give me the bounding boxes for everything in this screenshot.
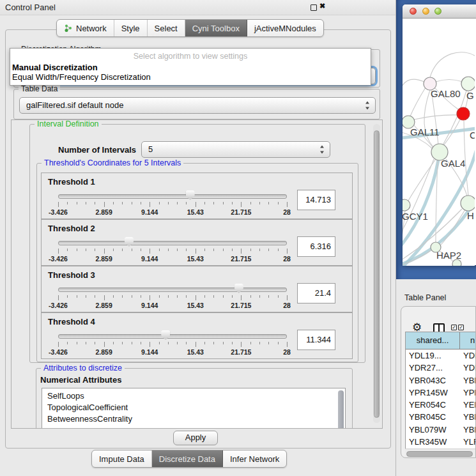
checkbox-icon[interactable]: ✓ bbox=[458, 325, 464, 330]
cell-shared-name: YBR043C bbox=[406, 374, 460, 387]
tick-mark bbox=[250, 295, 251, 298]
combo-arrows-icon bbox=[320, 146, 325, 154]
threshold-slider[interactable]: -3.4262.8599.14415.4321.71528 bbox=[58, 190, 287, 218]
close-icon[interactable]: ✖ bbox=[319, 2, 325, 10]
network-node[interactable] bbox=[461, 77, 475, 91]
table-row[interactable]: YDR27...YDR2 bbox=[406, 362, 476, 374]
tick-mark bbox=[259, 295, 260, 298]
tab-cyni-toolbox[interactable]: Cyni Toolbox bbox=[185, 20, 247, 36]
network-node[interactable] bbox=[403, 199, 410, 211]
tick-label: 15.43 bbox=[187, 255, 204, 263]
tick-mark bbox=[259, 249, 260, 251]
tick-mark bbox=[223, 202, 224, 204]
table-data-combobox[interactable]: galFiltered.sif default node bbox=[19, 97, 376, 114]
list-scrollbar[interactable] bbox=[338, 390, 344, 429]
interval-definition-group: Interval Definition Number of Intervals … bbox=[29, 124, 365, 363]
table-row[interactable]: YDL19...YDL1 bbox=[406, 349, 476, 362]
network-node[interactable] bbox=[452, 259, 461, 266]
tick-mark bbox=[250, 202, 251, 204]
table-row[interactable]: YBL079WYBL0 bbox=[406, 424, 476, 436]
minimize-window-icon[interactable] bbox=[422, 8, 429, 15]
network-canvas[interactable]: GAL80GCGAL11GAL4GCY1HHAP2 bbox=[403, 19, 475, 266]
float-window-icon[interactable] bbox=[311, 4, 317, 11]
table-row[interactable]: YBR043CYBR0 bbox=[406, 374, 476, 387]
threshold-slider[interactable]: -3.4262.8599.14415.4321.71528 bbox=[58, 283, 287, 311]
network-node[interactable] bbox=[461, 196, 475, 211]
numerical-attributes-label: Numerical Attributes bbox=[40, 375, 121, 385]
tick-label: 9.144 bbox=[141, 302, 158, 309]
threshold-panel: Threshold 1 -3.4262.8599.14415.4321.7152… bbox=[41, 173, 353, 219]
tick-label: -3.426 bbox=[49, 348, 68, 356]
tick-mark bbox=[95, 295, 95, 298]
algorithm-option-equal-width[interactable]: Equal Width/Frequency Discretization bbox=[12, 72, 151, 82]
table-row[interactable]: YBR045CYBR0 bbox=[406, 411, 476, 423]
tick-mark bbox=[104, 249, 105, 254]
apply-button[interactable]: Apply bbox=[173, 431, 218, 445]
tick-label: 15.43 bbox=[187, 348, 204, 356]
column-header-name[interactable]: n bbox=[460, 332, 476, 349]
tick-mark bbox=[259, 202, 260, 204]
cyni-toolbox-panel: Discretization Algorithm Select algorith… bbox=[5, 29, 391, 449]
tick-mark bbox=[186, 202, 187, 204]
tick-mark bbox=[241, 295, 242, 300]
threshold-value-field[interactable]: 6.316 bbox=[297, 236, 335, 257]
slider-track[interactable] bbox=[58, 288, 287, 292]
tick-label: 28 bbox=[283, 208, 291, 216]
slider-track[interactable] bbox=[58, 334, 287, 339]
network-node-label: GAL80 bbox=[431, 88, 461, 99]
slider-tick-labels: -3.4262.8599.14415.4321.71528 bbox=[58, 255, 287, 263]
threshold-value-field[interactable]: 21.4 bbox=[297, 283, 335, 303]
table-horizontal-scrollbar[interactable] bbox=[405, 449, 476, 458]
table-data-group-title: Table Data bbox=[19, 84, 60, 93]
tick-mark bbox=[287, 249, 288, 254]
settings-vertical-scrollbar[interactable] bbox=[373, 124, 380, 423]
tab-impute-data[interactable]: Impute Data bbox=[92, 450, 152, 467]
tab-discretize-data[interactable]: Discretize Data bbox=[152, 450, 223, 467]
tick-mark bbox=[213, 295, 214, 298]
slider-track[interactable] bbox=[58, 241, 287, 245]
tick-label: 15.43 bbox=[187, 302, 204, 309]
threshold-value-field[interactable]: 14.713 bbox=[297, 190, 335, 210]
threshold-slider[interactable]: -3.4262.8599.14415.4321.71528 bbox=[58, 236, 287, 265]
attribute-list-item[interactable]: SelfLoops bbox=[42, 390, 345, 402]
tick-label: 28 bbox=[283, 255, 291, 263]
zoom-window-icon[interactable] bbox=[434, 8, 441, 15]
tab-jactivemnodules[interactable]: jActiveMNodules bbox=[247, 20, 323, 36]
slider-track[interactable] bbox=[58, 194, 287, 199]
column-header-shared[interactable]: shared... bbox=[406, 332, 460, 349]
tick-mark bbox=[67, 249, 68, 251]
tab-network[interactable]: Network bbox=[57, 20, 114, 36]
threshold-slider[interactable]: -3.4262.8599.14415.4321.71528 bbox=[58, 330, 287, 358]
attribute-list-item[interactable]: TopologicalCoefficient bbox=[42, 402, 345, 413]
table-row[interactable]: YLR345WYLR3 bbox=[406, 436, 476, 448]
cell-name: YBL0 bbox=[460, 424, 476, 436]
algorithm-option-manual[interactable]: Manual Discretization bbox=[12, 63, 98, 72]
attribute-list-item[interactable]: BetweennessCentrality bbox=[42, 413, 345, 425]
close-window-icon[interactable] bbox=[410, 8, 417, 15]
cell-shared-name: YBR045C bbox=[406, 411, 460, 423]
tab-infer-network[interactable]: Infer Network bbox=[223, 450, 286, 467]
slider-tick-labels: -3.4262.8599.14415.4321.71528 bbox=[58, 302, 287, 309]
network-edge bbox=[410, 88, 426, 116]
table-row[interactable]: YER054CYER0 bbox=[406, 399, 476, 411]
table-row[interactable]: YPR145WYPR1 bbox=[406, 387, 476, 399]
network-node[interactable] bbox=[457, 107, 470, 120]
tick-label: 2.859 bbox=[95, 302, 112, 309]
tick-mark bbox=[77, 295, 77, 298]
tick-mark bbox=[132, 202, 132, 204]
tick-mark bbox=[213, 202, 214, 204]
threshold-label: Threshold 1 bbox=[48, 177, 95, 187]
tick-label: 28 bbox=[283, 348, 291, 356]
tick-mark bbox=[104, 202, 105, 207]
scrollbar-thumb[interactable] bbox=[406, 451, 473, 457]
checkbox-icon[interactable]: ✓ bbox=[451, 325, 457, 330]
tick-mark bbox=[186, 295, 187, 298]
threshold-value-field[interactable]: 11.344 bbox=[297, 330, 335, 350]
tick-mark bbox=[150, 342, 150, 347]
table-header-row: shared... n bbox=[406, 332, 476, 349]
tick-mark bbox=[196, 295, 196, 300]
tab-style[interactable]: Style bbox=[114, 20, 148, 36]
number-of-intervals-combobox[interactable]: 5 bbox=[141, 141, 330, 158]
scrollbar-thumb[interactable] bbox=[374, 130, 380, 418]
tab-select[interactable]: Select bbox=[148, 20, 185, 36]
